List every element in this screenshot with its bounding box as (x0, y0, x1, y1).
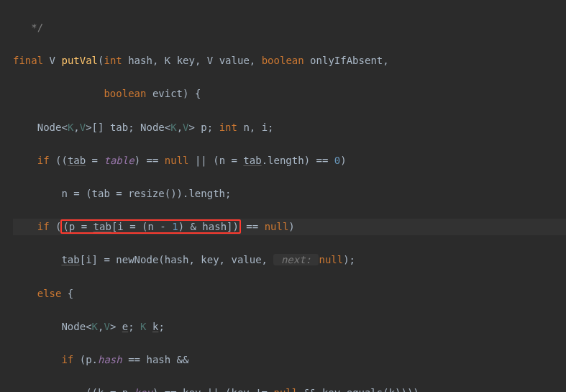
code-line: final V putVal(int hash, K key, V value,… (13, 53, 566, 69)
code-line: if ((tab = table) == null || (n = tab.le… (13, 152, 566, 169)
code-line: else { (13, 286, 566, 302)
code-line-highlighted: if ((p = tab[i = (n - 1) & hash]) == nul… (13, 219, 566, 235)
code-line: tab[i] = newNode(hash, key, value, next:… (13, 252, 566, 268)
code-line: */ (13, 19, 566, 36)
code-line: boolean evict) { (13, 86, 566, 102)
code-line: if (p.hash == hash && (13, 352, 566, 368)
code-line: Node<K,V>[] tab; Node<K,V> p; int n, i; (13, 119, 566, 136)
code-line: Node<K,V> e; K k; (13, 319, 566, 335)
code-line: n = (tab = resize()).length; (13, 186, 566, 202)
code-editor[interactable]: */ final V putVal(int hash, K key, V val… (0, 0, 566, 392)
highlighted-expression: (p = tab[i = (n - 1) & hash]) (60, 219, 240, 234)
code-line: ((k = p.key) == key || (key != null && k… (13, 385, 566, 392)
